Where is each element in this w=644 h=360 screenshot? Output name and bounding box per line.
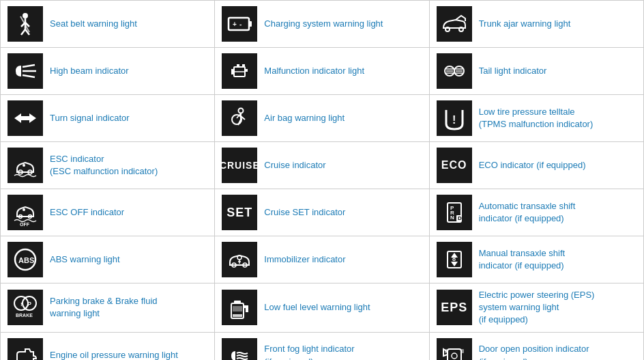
indicator-grid: Seat belt warning light + - Charging sys… bbox=[0, 0, 644, 360]
cell-malfunction: Malfunction indicator light bbox=[215, 48, 429, 95]
icon-eps: EPS bbox=[437, 290, 472, 325]
svg-rect-67 bbox=[233, 306, 242, 311]
label-eco: ECO indicator (if equipped) bbox=[479, 159, 586, 171]
icon-engine-oil bbox=[8, 338, 43, 360]
icon-trunk-ajar bbox=[437, 6, 472, 42]
label-parking-brake: Parking brake & Brake fluidwarning light bbox=[50, 295, 158, 320]
icon-turn-signal bbox=[8, 100, 43, 136]
icon-abs: ABS bbox=[8, 242, 43, 277]
label-engine-oil: Engine oil pressure warning light bbox=[50, 349, 178, 360]
svg-text:D: D bbox=[458, 215, 462, 221]
svg-point-42 bbox=[23, 208, 25, 211]
svg-point-12 bbox=[459, 27, 463, 31]
icon-esc-off: OFF bbox=[8, 195, 43, 230]
label-auto-transaxle: Automatic transaxle shiftindicator (if e… bbox=[479, 200, 576, 225]
label-malfunction: Malfunction indicator light bbox=[264, 65, 364, 77]
svg-marker-31 bbox=[24, 113, 36, 123]
svg-point-0 bbox=[23, 13, 28, 18]
label-charging-system: Charging system warning light bbox=[264, 18, 383, 30]
icon-high-beam bbox=[8, 53, 43, 89]
icon-auto-transaxle: P R N D bbox=[437, 195, 472, 230]
label-high-beam: High beam indicator bbox=[50, 65, 129, 77]
svg-rect-8 bbox=[249, 21, 252, 27]
cell-low-fuel: Low fuel level warning light bbox=[215, 283, 429, 333]
icon-door-open bbox=[437, 338, 472, 360]
label-trunk-ajar: Trunk ajar warning light bbox=[479, 18, 571, 30]
cell-esc-off: OFF ESC OFF indicator bbox=[1, 189, 215, 236]
label-manual-transaxle: Manual transaxle shiftindicator (if equi… bbox=[479, 247, 565, 272]
svg-text:+: + bbox=[233, 20, 237, 28]
label-immobilizer: Immobilizer indicator bbox=[264, 253, 345, 266]
cell-eco: ECO ECO indicator (if equipped) bbox=[430, 142, 644, 189]
cell-door-open: Door open position indicator(if equipped… bbox=[430, 333, 644, 360]
cell-cruise-set: SET Cruise SET indicator bbox=[215, 189, 429, 236]
cell-tail-light: Tail light indicator bbox=[430, 48, 644, 95]
svg-rect-68 bbox=[234, 301, 241, 303]
cell-low-tire: ! Low tire pressure telltale(TPMS malfun… bbox=[430, 95, 644, 142]
label-front-fog: Front fog light indicator(if equipped) bbox=[264, 343, 354, 360]
svg-text:OFF: OFF bbox=[20, 222, 30, 226]
icon-air-bag bbox=[222, 100, 257, 136]
label-esc: ESC indicator(ESC malfunction indicator) bbox=[50, 153, 158, 178]
svg-line-15 bbox=[23, 75, 35, 77]
label-abs: ABS warning light bbox=[50, 253, 120, 266]
label-esc-off: ESC OFF indicator bbox=[50, 206, 124, 219]
label-air-bag: Air bag warning light bbox=[264, 112, 345, 124]
icon-immobilizer bbox=[222, 242, 257, 277]
icon-eco: ECO bbox=[437, 148, 472, 183]
icon-front-fog bbox=[222, 338, 257, 360]
svg-rect-20 bbox=[242, 64, 245, 67]
icon-cruise: CRUISE bbox=[222, 148, 257, 183]
label-eps: Electric power steering (EPS)system warn… bbox=[479, 289, 595, 327]
icon-charging-system: + - bbox=[222, 6, 257, 42]
svg-text:ABS: ABS bbox=[18, 256, 34, 264]
svg-rect-7 bbox=[229, 18, 249, 30]
icon-manual-transaxle: 8 bbox=[437, 242, 472, 277]
cell-parking-brake: ! P BRAKE Parking brake & Brake fluidwar… bbox=[1, 283, 215, 333]
svg-text:!: ! bbox=[452, 114, 456, 126]
cell-engine-oil: Engine oil pressure warning light bbox=[1, 333, 215, 360]
svg-line-4 bbox=[21, 29, 25, 35]
cell-turn-signal: Turn signal indicator bbox=[1, 95, 215, 142]
cell-front-fog: Front fog light indicator(if equipped) bbox=[215, 333, 429, 360]
label-low-fuel: Low fuel level warning light bbox=[264, 301, 370, 314]
label-tail-light: Tail light indicator bbox=[479, 65, 547, 77]
svg-text:-: - bbox=[239, 20, 241, 28]
svg-rect-74 bbox=[461, 349, 464, 353]
cell-abs: ABS ABS warning light bbox=[1, 236, 215, 283]
svg-rect-69 bbox=[233, 314, 242, 317]
svg-point-39 bbox=[23, 164, 25, 167]
icon-low-fuel bbox=[222, 290, 257, 325]
cell-immobilizer: Immobilizer indicator bbox=[215, 236, 429, 283]
label-door-open: Door open position indicator(if equipped… bbox=[479, 343, 589, 360]
icon-seat-belt bbox=[8, 6, 43, 42]
cell-cruise: CRUISE Cruise indicator bbox=[215, 142, 429, 189]
svg-text:8: 8 bbox=[452, 255, 456, 262]
icon-malfunction bbox=[222, 53, 257, 89]
cell-trunk-ajar: Trunk ajar warning light bbox=[430, 1, 644, 48]
icon-low-tire: ! bbox=[437, 100, 472, 136]
cell-air-bag: Air bag warning light bbox=[215, 95, 429, 142]
svg-text:N: N bbox=[450, 214, 454, 221]
icon-esc bbox=[8, 148, 43, 183]
cell-eps: EPS Electric power steering (EPS)system … bbox=[430, 283, 644, 333]
cell-auto-transaxle: P R N D Automatic transaxle shiftindicat… bbox=[430, 189, 644, 236]
icon-parking-brake: ! P BRAKE bbox=[8, 290, 43, 325]
svg-point-32 bbox=[239, 109, 244, 113]
svg-marker-59 bbox=[451, 262, 458, 266]
label-cruise-set: Cruise SET indicator bbox=[264, 206, 345, 219]
svg-rect-18 bbox=[245, 69, 248, 72]
label-low-tire: Low tire pressure telltale(TPMS malfunct… bbox=[479, 106, 594, 130]
cell-charging-system: + - Charging system warning light bbox=[215, 1, 429, 48]
svg-text:!: ! bbox=[20, 301, 23, 307]
svg-line-14 bbox=[23, 65, 35, 67]
icon-cruise-set: SET bbox=[222, 195, 257, 230]
svg-point-76 bbox=[452, 353, 457, 359]
cell-high-beam: High beam indicator bbox=[1, 48, 215, 95]
svg-point-11 bbox=[445, 27, 450, 31]
svg-text:BRAKE: BRAKE bbox=[16, 313, 33, 318]
cell-seat-belt: Seat belt warning light bbox=[1, 1, 215, 48]
cell-esc: ESC indicator(ESC malfunction indicator) bbox=[1, 142, 215, 189]
svg-rect-72 bbox=[445, 349, 448, 353]
label-seat-belt: Seat belt warning light bbox=[50, 18, 137, 30]
